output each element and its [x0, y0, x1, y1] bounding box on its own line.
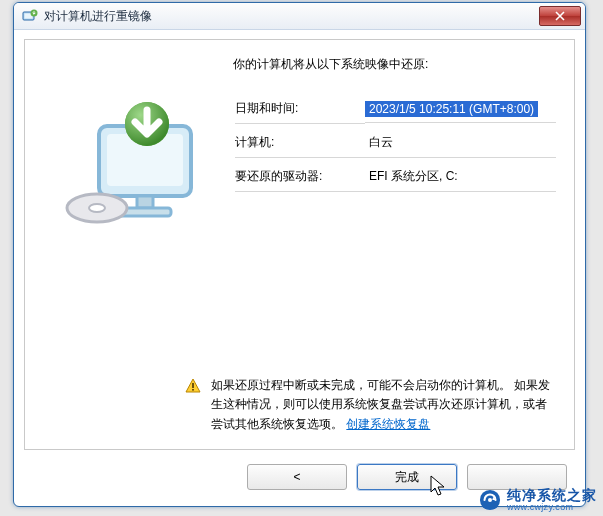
content-panel: 你的计算机将从以下系统映像中还原:	[24, 39, 575, 450]
close-button[interactable]	[539, 6, 581, 26]
label-datetime: 日期和时间:	[235, 100, 365, 124]
warning-icon	[185, 378, 201, 394]
row-drives: 要还原的驱动器: EFI 系统分区, C:	[235, 168, 556, 192]
warning-text: 如果还原过程中断或未完成，可能不会启动你的计算机。 如果发生这种情况，则可以使用…	[211, 376, 554, 435]
create-recovery-disk-link[interactable]: 创建系统恢复盘	[346, 417, 430, 431]
restore-computer-icon	[59, 96, 209, 246]
reimage-dialog: 对计算机进行重镜像 你的计算机将从以下系统映像中还原:	[13, 2, 586, 507]
value-computer: 白云	[365, 134, 397, 150]
cancel-button[interactable]	[467, 464, 567, 490]
finish-button[interactable]: 完成	[357, 464, 457, 490]
svg-rect-5	[137, 196, 153, 208]
row-datetime: 日期和时间: 2023/1/5 10:25:11 (GMT+8:00)	[235, 100, 556, 124]
titlebar: 对计算机进行重镜像	[14, 3, 585, 30]
window-title: 对计算机进行重镜像	[44, 8, 539, 25]
warning-line1: 如果还原过程中断或未完成，可能不会启动你的计算机。	[211, 378, 511, 392]
value-datetime: 2023/1/5 10:25:11 (GMT+8:00)	[365, 101, 538, 117]
close-icon	[555, 11, 565, 21]
back-button[interactable]: <	[247, 464, 347, 490]
value-drives: EFI 系统分区, C:	[365, 168, 462, 184]
app-icon	[22, 8, 38, 24]
svg-rect-12	[192, 389, 194, 391]
footer: < 完成	[24, 458, 575, 496]
form: 日期和时间: 2023/1/5 10:25:11 (GMT+8:00) 计算机:…	[235, 100, 556, 202]
label-computer: 计算机:	[235, 134, 365, 158]
svg-point-8	[89, 204, 105, 212]
label-drives: 要还原的驱动器:	[235, 168, 365, 192]
svg-rect-11	[192, 383, 194, 388]
row-computer: 计算机: 白云	[235, 134, 556, 158]
panel-heading: 你的计算机将从以下系统映像中还原:	[233, 56, 556, 73]
warning-block: 如果还原过程中断或未完成，可能不会启动你的计算机。 如果发生这种情况，则可以使用…	[185, 376, 554, 435]
